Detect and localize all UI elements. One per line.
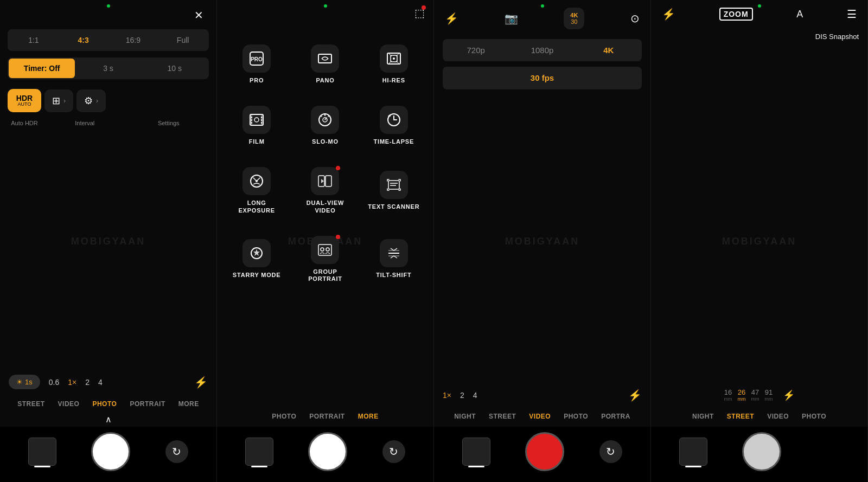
p3-gallery-thumbnail[interactable]	[462, 438, 490, 466]
ratio-full[interactable]: Full	[158, 30, 208, 50]
p2-mode-photo[interactable]: PHOTO	[271, 410, 297, 422]
focal-47mm[interactable]: 47 mm	[751, 388, 760, 402]
panel-photo-settings: MOBIGYAAN ✕ 1:1 4:3 16:9 Full Timer: Off…	[0, 0, 217, 482]
starry-icon	[242, 239, 271, 267]
rotate-camera-button[interactable]: ↻	[165, 440, 188, 463]
timer-off[interactable]: Timer: Off	[9, 59, 75, 78]
svg-point-29	[321, 248, 324, 251]
mode-portrait[interactable]: PORTRAIT	[129, 398, 166, 410]
mode-cell-hires[interactable]: HI-RES	[360, 34, 428, 95]
svg-rect-11	[251, 122, 252, 124]
p3-rotate-button[interactable]: ↻	[599, 440, 622, 463]
hires-label: HI-RES	[382, 77, 405, 84]
mode-cell-tiltshift[interactable]: TILT-SHIFT	[360, 225, 428, 293]
p2-shutter-button[interactable]	[308, 432, 347, 471]
mode-cell-pro[interactable]: PRO PRO	[222, 34, 291, 95]
shutter-row: ↻	[0, 427, 216, 482]
p3-zoom-4[interactable]: 4	[473, 391, 477, 400]
gallery-thumbnail[interactable]	[28, 438, 56, 466]
ratio-4-3[interactable]: 4:3	[59, 30, 108, 50]
textscanner-icon	[380, 171, 408, 199]
settings-arrow-icon: ›	[96, 97, 98, 105]
ratio-16-9[interactable]: 16:9	[108, 30, 158, 50]
ratio-1-1[interactable]: 1:1	[9, 30, 59, 50]
zoom-1x[interactable]: 1×	[68, 378, 76, 387]
p3-settings-icon[interactable]: ⊙	[630, 12, 640, 25]
focal-91mm[interactable]: 91 mm	[765, 388, 773, 402]
p4-menu-icon[interactable]: ☰	[847, 8, 857, 21]
up-arrow: ∧	[0, 414, 216, 425]
longexposure-icon	[242, 167, 271, 195]
timer-10s[interactable]: 10 s	[142, 59, 208, 78]
focal-16-mm: mm	[724, 396, 732, 402]
p2-mode-more[interactable]: MORE	[357, 410, 380, 422]
tiltshift-label: TILT-SHIFT	[376, 272, 411, 279]
p4-gallery-thumbnail[interactable]	[679, 438, 707, 466]
dis-snapshot-label: DIS Snapshot	[815, 33, 859, 41]
zoom-2[interactable]: 2	[85, 378, 90, 387]
p3-mode-night[interactable]: NIGHT	[453, 410, 477, 422]
p2-gallery-thumbnail[interactable]	[245, 438, 273, 466]
res-4k[interactable]: 4K	[576, 39, 642, 61]
close-button[interactable]: ✕	[190, 7, 208, 24]
p3-mode-video[interactable]: VIDEO	[528, 410, 552, 422]
flash-icon[interactable]: ⚡	[194, 376, 208, 389]
groupportrait-icon	[311, 236, 339, 264]
focal-16mm[interactable]: 16 mm	[724, 388, 732, 402]
p4-mode-photo[interactable]: PHOTO	[801, 410, 827, 422]
mode-street[interactable]: STREET	[16, 398, 46, 410]
p3-camera-icon[interactable]: 📷	[505, 12, 518, 25]
resolution-pill[interactable]: 4K 30	[564, 8, 584, 29]
fps-value[interactable]: 30 fps	[531, 73, 554, 82]
hdr-button[interactable]: HDR AUTO	[8, 89, 41, 112]
p3-flash-right-icon[interactable]: ⚡	[628, 389, 642, 402]
mode-cell-dualview[interactable]: DUAL-VIEW VIDEO	[291, 156, 359, 224]
zoom-4[interactable]: 4	[98, 378, 103, 387]
p4-flash-right-icon[interactable]: ⚡	[783, 389, 795, 401]
p3-flash-icon[interactable]: ⚡	[445, 12, 458, 25]
interval-button[interactable]: ⊞ ›	[44, 89, 73, 112]
p3-zoom-1x[interactable]: 1×	[443, 391, 451, 400]
settings-button[interactable]: ⚙ ›	[76, 89, 106, 112]
p2-mode-portrait[interactable]: PORTRAIT	[308, 410, 346, 422]
mode-cell-film[interactable]: FILM	[222, 95, 291, 156]
p2-rotate-button[interactable]: ↻	[382, 440, 405, 463]
mode-cell-groupportrait[interactable]: GROUP PORTRAIT	[291, 225, 359, 293]
zoom-06[interactable]: 0.6	[49, 378, 59, 387]
p3-mode-street[interactable]: STREET	[488, 410, 517, 422]
mode-cell-starry[interactable]: STARRY MODE	[222, 225, 291, 293]
mode-cell-timelapse[interactable]: TIME-LAPSE	[360, 95, 428, 156]
svg-marker-23	[321, 179, 324, 183]
p4-text-icon[interactable]: A	[796, 9, 803, 20]
hdr-sub-label: AUTO	[18, 102, 31, 107]
p4-mode-night[interactable]: NIGHT	[691, 410, 715, 422]
mode-cell-longexposure[interactable]: LONG EXPOSURE	[222, 156, 291, 224]
svg-rect-10	[251, 119, 252, 121]
share-button[interactable]: ⬚	[414, 7, 425, 20]
p4-zoom-icon[interactable]: ZOOM	[719, 8, 753, 21]
bottom-bar: ☀ 1s 0.6 1× 2 4 ⚡ STREET VIDEO PHOTO POR…	[0, 375, 216, 482]
p3-mode-portrait[interactable]: PORTRA	[600, 410, 631, 422]
res-720p[interactable]: 720p	[443, 39, 509, 61]
res-1080p[interactable]: 1080p	[509, 39, 575, 61]
focal-26mm[interactable]: 26 mm	[738, 388, 746, 402]
timer-3s[interactable]: 3 s	[75, 59, 141, 78]
p3-record-button[interactable]	[525, 432, 564, 471]
mode-cell-pano[interactable]: PANO	[291, 34, 359, 95]
mode-more[interactable]: MORE	[177, 398, 200, 410]
interval-label: Interval	[44, 120, 125, 126]
mode-cell-textscanner[interactable]: TEXT SCANNER	[360, 156, 428, 224]
p3-zoom-2[interactable]: 2	[460, 391, 464, 400]
p4-mode-video[interactable]: VIDEO	[766, 410, 790, 422]
p4-mode-street[interactable]: STREET	[726, 410, 755, 422]
shutter-button[interactable]	[91, 432, 130, 471]
ratio-bar: 1:1 4:3 16:9 Full	[8, 29, 209, 51]
mode-video[interactable]: VIDEO	[57, 398, 81, 410]
mode-cell-slomo[interactable]: SLO-MO	[291, 95, 359, 156]
p4-flash-icon[interactable]: ⚡	[662, 8, 675, 21]
p2-rotate-icon: ↻	[389, 445, 398, 458]
timer-zoom-pill: ☀ 1s	[9, 375, 40, 389]
p4-shutter-button[interactable]	[742, 432, 781, 471]
p3-mode-photo[interactable]: PHOTO	[563, 410, 589, 422]
mode-photo[interactable]: PHOTO	[91, 398, 118, 410]
